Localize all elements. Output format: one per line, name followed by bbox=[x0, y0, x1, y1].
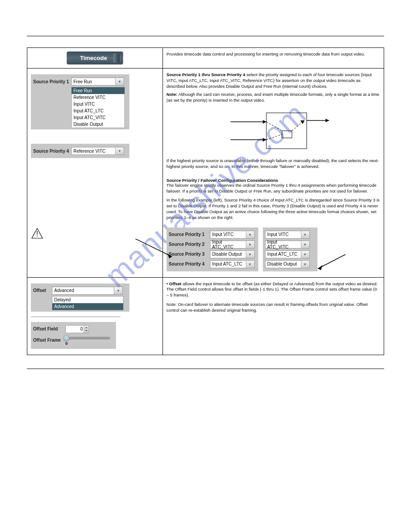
spinner-icon[interactable] bbox=[84, 325, 89, 333]
sp1-group: Source Priority 1 Free Run ▾ Free Run Re… bbox=[31, 74, 129, 129]
timecode-tab[interactable]: Timecode bbox=[67, 51, 123, 64]
svg-marker-7 bbox=[263, 138, 266, 142]
chevron-down-icon: ▾ bbox=[115, 78, 124, 85]
offset-select[interactable]: Advanced ▾ bbox=[52, 287, 123, 295]
chevron-down-icon: ▾ bbox=[301, 261, 309, 268]
offset-values-group: Offset Field 0 Offset Frame 0 bbox=[31, 322, 116, 349]
sp1-opt[interactable]: Input VITC bbox=[72, 101, 124, 107]
offset-frame-label: Offset Frame bbox=[33, 335, 65, 343]
sp-description: Source Priority 1 thru Source Priority 4… bbox=[167, 72, 380, 89]
ex-select[interactable]: Input ATC_LTC▾ bbox=[210, 260, 255, 268]
sp1-opt[interactable]: Reference VITC bbox=[72, 94, 124, 101]
svg-marker-17 bbox=[318, 265, 322, 270]
offset-label: Offset bbox=[33, 288, 52, 293]
tab-label: Timecode bbox=[80, 55, 107, 61]
chevron-down-icon: ▾ bbox=[114, 287, 122, 294]
slider-thumb[interactable] bbox=[63, 335, 69, 341]
offset-value: Advanced bbox=[52, 288, 114, 293]
diagram-caption: If the highest priority source is unavai… bbox=[167, 158, 380, 170]
sp4-label: Source Priority 4 bbox=[33, 149, 71, 154]
bottom-rule bbox=[27, 369, 384, 369]
ex-select[interactable]: Input ATC_VITC▾ bbox=[210, 240, 255, 249]
svg-marker-5 bbox=[263, 120, 266, 124]
sp1-value: Free Run bbox=[72, 79, 115, 84]
chevron-down-icon: ▾ bbox=[301, 241, 309, 248]
example-left: Source Priority 1 Input VITC▾ Source Pri… bbox=[167, 227, 258, 271]
ex-label: Source Priority 1 bbox=[169, 232, 210, 237]
chevron-down-icon: ▾ bbox=[246, 231, 254, 238]
svg-line-9 bbox=[266, 134, 282, 140]
example-right: Input VITC▾ Input ATC_VITC▾ Input ATC_LT… bbox=[263, 227, 317, 271]
svg-line-8 bbox=[266, 122, 282, 131]
svg-marker-13 bbox=[325, 119, 329, 122]
offset-description: • Offset allows the input timecode to be… bbox=[167, 281, 380, 298]
svg-rect-3 bbox=[282, 131, 292, 138]
sp4-group: Source Priority 4 Reference VITC ▾ bbox=[31, 144, 129, 158]
ex-select[interactable]: Input ATC_VITC▾ bbox=[265, 240, 310, 249]
offset-opt[interactable]: Advanced bbox=[52, 303, 123, 310]
ex-select[interactable]: Input ATC_LTC▾ bbox=[265, 250, 310, 258]
failover-diagram bbox=[213, 106, 334, 155]
offset-field-label: Offset Field bbox=[33, 326, 65, 331]
offset-note: Note: On-card failover to alternate time… bbox=[167, 302, 380, 313]
svg-line-16 bbox=[318, 254, 346, 269]
offset-group: Offset Advanced ▾ Delayed Advanced bbox=[31, 283, 129, 312]
ex-select[interactable]: Disable Output▾ bbox=[265, 260, 310, 268]
sp1-opt[interactable]: Input ATC_LTC bbox=[72, 107, 124, 114]
sp-note: Note: Although the card can receive, pro… bbox=[167, 92, 380, 103]
caution-text: The failover engine strictly observes th… bbox=[167, 183, 380, 194]
svg-line-14 bbox=[135, 239, 172, 257]
layout-table: Timecode Provides timecode data control … bbox=[27, 47, 384, 355]
offset-frame-slider[interactable] bbox=[65, 337, 110, 339]
sp4-select[interactable]: Reference VITC ▾ bbox=[71, 147, 124, 155]
sp1-select[interactable]: Free Run ▾ bbox=[71, 77, 124, 86]
ex-label: Source Priority 4 bbox=[169, 262, 210, 266]
warning-icon: ! bbox=[31, 227, 43, 239]
chevron-down-icon: ▾ bbox=[115, 147, 124, 154]
svg-marker-11 bbox=[300, 120, 304, 124]
top-rule bbox=[27, 36, 384, 36]
sp1-opt[interactable]: Disable Output bbox=[72, 121, 124, 128]
arrow-icon bbox=[315, 254, 347, 272]
chevron-down-icon: ▾ bbox=[246, 261, 254, 268]
example-lead: In the following example (left), Source … bbox=[167, 197, 380, 220]
divider bbox=[31, 317, 120, 317]
ex-select[interactable]: Input VITC▾ bbox=[265, 231, 310, 239]
sp1-dropdown[interactable]: Free Run Reference VITC Input VITC Input… bbox=[71, 87, 125, 128]
header-description: Provides timecode data control and proce… bbox=[167, 51, 380, 57]
offset-field-input[interactable]: 0 bbox=[65, 325, 84, 333]
sp1-label: Source Priority 1 bbox=[33, 79, 71, 84]
offset-frame-value: 0 bbox=[65, 341, 110, 346]
svg-text:!: ! bbox=[36, 230, 38, 238]
chevron-down-icon: ▾ bbox=[246, 241, 254, 248]
ex-select[interactable]: Input VITC▾ bbox=[210, 231, 255, 239]
arrow-icon bbox=[135, 239, 176, 259]
caution-heading: Source Priority / Failover Configuration… bbox=[167, 178, 380, 183]
chevron-down-icon: ▾ bbox=[301, 251, 309, 258]
chevron-down-icon: ▾ bbox=[246, 251, 254, 258]
example-columns: Source Priority 1 Input VITC▾ Source Pri… bbox=[167, 225, 380, 274]
offset-opt[interactable]: Delayed bbox=[52, 296, 123, 303]
ex-select[interactable]: Disable Output▾ bbox=[210, 250, 255, 258]
sp1-opt[interactable]: Free Run bbox=[72, 87, 124, 94]
chevron-down-icon: ▾ bbox=[301, 231, 309, 238]
offset-dropdown[interactable]: Delayed Advanced bbox=[52, 296, 124, 310]
sp1-opt[interactable]: Input ATC_VITC bbox=[72, 114, 124, 121]
sp4-value: Reference VITC bbox=[72, 149, 115, 154]
